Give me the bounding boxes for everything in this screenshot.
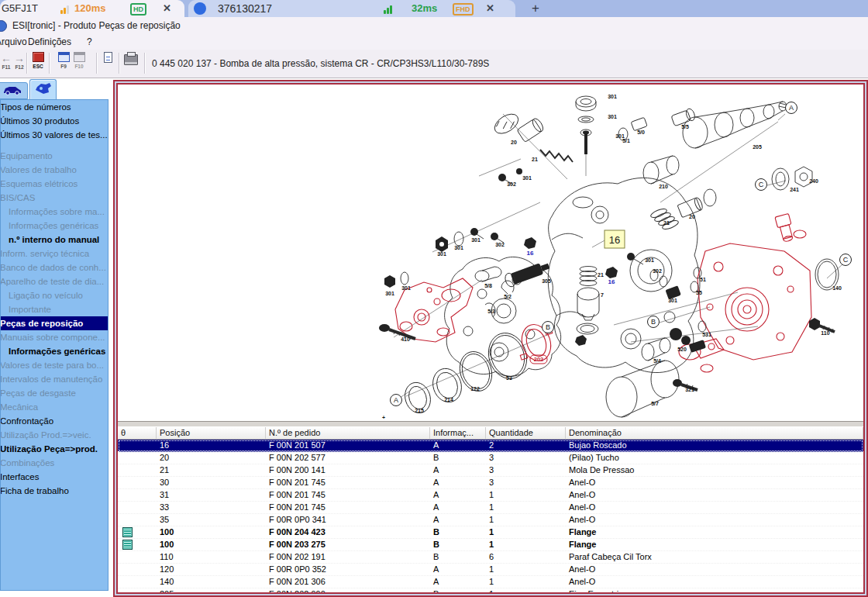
content-frame: 3013013012021302301301301301302301301410…	[113, 80, 868, 597]
table-cell: A	[430, 489, 486, 501]
table-row[interactable]: 16F 00N 201 507A2Bujao Roscado	[118, 440, 863, 452]
table-cell: 1	[486, 502, 566, 513]
diagram-callout: 240	[809, 178, 818, 184]
stream-tab-2[interactable]: 376130217 32ms FHD ✕	[188, 0, 515, 17]
stream-tab-1[interactable]: G5FJ1T 120ms HD ✕	[0, 0, 184, 17]
diagram-callout: 301	[401, 285, 411, 291]
table-cell: 1	[486, 489, 566, 501]
signal-bars-icon	[384, 5, 392, 14]
table-row[interactable]: 100F 00N 203 275B1Flange	[118, 539, 863, 551]
tab1-close-icon[interactable]: ✕	[163, 0, 171, 17]
diagram-callout: 321	[685, 387, 694, 392]
diagram-callout: A	[394, 396, 398, 404]
table-cell: 6	[486, 551, 566, 563]
table-cell: Bujao Roscado	[566, 440, 863, 451]
table-cell: 1	[486, 564, 566, 575]
column-header[interactable]: Informaç...	[430, 427, 486, 440]
menu-definicoes[interactable]: Definições	[25, 34, 74, 50]
diagram-callout: 210	[659, 184, 668, 189]
table-cell: F 00N 201 306	[266, 576, 430, 588]
diagram-callout: 531	[702, 332, 711, 337]
sidebar-tab-vehicle[interactable]	[0, 82, 28, 99]
diagram-callout: 21	[598, 272, 604, 278]
pane-splitter[interactable]	[118, 421, 863, 427]
parts-table-header: θPosiçãoN.º de pedidoInformaç...Quantida…	[118, 427, 863, 440]
sidebar-item[interactable]: Peças de reposição	[0, 316, 108, 330]
sidebar-item: Aparelho de teste de dia...	[0, 274, 108, 288]
browser-tab-bar: G5FJ1T 120ms HD ✕ 376130217 32ms FHD ✕ +	[0, 0, 868, 17]
sidebar-item[interactable]: Informações genéricas	[0, 344, 108, 358]
sidebar-item[interactable]: Utilização Peça=>prod.	[0, 442, 108, 456]
document-button[interactable]	[98, 52, 118, 64]
toolbar-separator	[96, 53, 97, 74]
table-cell: A	[430, 502, 486, 513]
table-cell: Paraf Cabeça Cil Torx	[566, 551, 863, 563]
sidebar-item: Ligação no veículo	[0, 288, 108, 302]
diagram-callout: 5/4	[653, 358, 661, 364]
table-row[interactable]: 20F 00N 202 577B3(Pilao) Tucho	[118, 452, 863, 464]
table-cell: Mola De Pressao	[566, 464, 863, 476]
table-cell: 21	[157, 464, 266, 476]
table-row[interactable]: 33F 00N 201 745A1Anel-O	[118, 502, 863, 514]
sidebar-item[interactable]: Ficha de trabalho	[0, 484, 108, 498]
column-header[interactable]: Posição	[157, 427, 266, 440]
table-cell: Flange	[566, 526, 863, 538]
table-row[interactable]: 110F 00N 202 191B6Paraf Cabeça Cil Torx	[118, 551, 863, 564]
sidebar-item[interactable]: Confrontação	[0, 414, 108, 428]
column-header[interactable]: Denominação	[566, 427, 863, 440]
table-cell: F 00N 202 577	[266, 452, 430, 464]
table-row[interactable]: 100F 00N 204 423B1Flange	[118, 526, 863, 539]
sidebar-item[interactable]: Últimos 30 produtos	[0, 114, 108, 128]
sidebar-item: Valores de trabalho	[0, 163, 108, 177]
diagram-callout: 302	[507, 181, 516, 187]
diagram-callout: 202	[534, 356, 544, 363]
pump-exploded-view: 3013013012021302301301301301302301301410…	[118, 85, 863, 421]
diagram-callout: 5/8	[484, 283, 492, 288]
row-icon-cell	[118, 464, 157, 476]
diagram-callout: A	[789, 104, 794, 112]
table-row[interactable]: 21F 00N 200 141A3Mola De Pressao	[118, 464, 863, 477]
table-cell: 1	[486, 588, 566, 594]
esc-button[interactable]: ESC	[28, 52, 48, 69]
row-icon-cell	[118, 551, 157, 563]
sidebar-item[interactable]: n.º interno do manual	[0, 233, 108, 247]
exploded-parts-diagram[interactable]: 3013013012021302301301301301302301301410…	[118, 85, 863, 421]
diagram-callout: 301	[608, 114, 617, 119]
table-cell: A	[430, 477, 486, 488]
column-header[interactable]: θ	[118, 427, 157, 440]
diagram-callout: 205	[753, 144, 762, 150]
diagram-callout: C	[759, 181, 764, 188]
table-row[interactable]: 205F 00N 202 990B1Eixo Excentrico	[118, 588, 863, 594]
table-row[interactable]: 30F 00N 201 745A3Anel-O	[118, 477, 863, 489]
table-row[interactable]: 140F 00N 201 306A1Anel-O	[118, 576, 863, 588]
print-button[interactable]	[121, 54, 141, 67]
table-row[interactable]: 31F 00N 201 745A1Anel-O	[118, 489, 863, 502]
diagram-callout: 215	[415, 408, 424, 413]
sidebar-spacer	[1, 142, 108, 149]
table-cell: 31	[157, 489, 266, 501]
table-cell: 1	[486, 539, 566, 550]
table-row[interactable]: 120F 00R 0P0 352A1Anel-O	[118, 564, 863, 576]
row-icon-cell	[118, 489, 157, 501]
tab2-close-icon[interactable]: ✕	[486, 0, 494, 17]
table-cell: A	[430, 464, 486, 476]
diagram-callout: 305	[542, 278, 551, 284]
table-cell: Flange	[566, 539, 863, 550]
sidebar-item[interactable]: Interfaces	[0, 470, 108, 484]
new-tab-button[interactable]: +	[532, 0, 539, 17]
table-cell: Eixo Excentrico	[566, 588, 863, 594]
table-cell: 1	[486, 576, 566, 588]
table-cell: F 00N 201 745	[266, 502, 430, 513]
menu-help[interactable]: ?	[84, 34, 95, 50]
column-header[interactable]: Quantidade	[486, 427, 566, 440]
table-cell: 3	[486, 477, 566, 488]
sidebar-item[interactable]: Tipos de números	[0, 100, 108, 114]
sidebar-item[interactable]: Últimos 30 valores de tes...	[0, 128, 108, 142]
table-cell: 100	[157, 539, 266, 550]
component-doc-icon	[122, 540, 133, 550]
esc-icon	[33, 52, 44, 62]
table-row[interactable]: 35F 00R 0P0 341A1Anel-O	[118, 514, 863, 526]
sidebar-tab-component[interactable]	[29, 79, 57, 100]
column-header[interactable]: N.º de pedido	[266, 427, 430, 440]
f10-button[interactable]: F10	[69, 52, 89, 69]
